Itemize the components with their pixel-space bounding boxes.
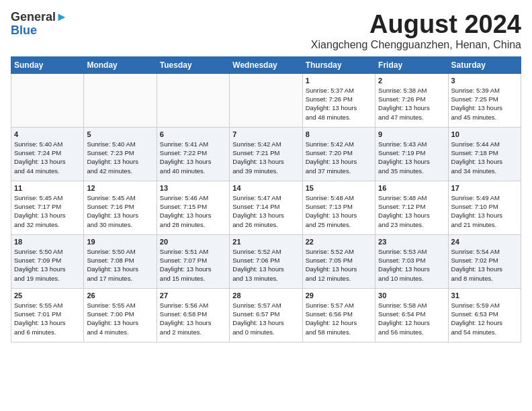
calendar-cell: 27Sunrise: 5:56 AM Sunset: 6:58 PM Dayli… xyxy=(157,288,229,342)
day-number: 30 xyxy=(378,291,445,300)
calendar-cell: 4Sunrise: 5:40 AM Sunset: 7:24 PM Daylig… xyxy=(11,127,84,181)
page-header: General► Blue August 2024 Xiangcheng Che… xyxy=(11,11,521,51)
day-details: Sunrise: 5:44 AM Sunset: 7:18 PM Dayligh… xyxy=(451,140,518,175)
calendar-cell: 5Sunrise: 5:40 AM Sunset: 7:23 PM Daylig… xyxy=(84,127,157,181)
day-details: Sunrise: 5:38 AM Sunset: 7:26 PM Dayligh… xyxy=(378,86,445,122)
day-details: Sunrise: 5:52 AM Sunset: 7:05 PM Dayligh… xyxy=(306,247,372,283)
day-details: Sunrise: 5:59 AM Sunset: 6:53 PM Dayligh… xyxy=(451,301,518,336)
day-number: 13 xyxy=(160,184,226,192)
logo: General► Blue xyxy=(11,11,68,38)
header-friday: Friday xyxy=(375,56,448,73)
day-details: Sunrise: 5:45 AM Sunset: 7:16 PM Dayligh… xyxy=(87,193,153,229)
day-details: Sunrise: 5:57 AM Sunset: 6:57 PM Dayligh… xyxy=(232,301,299,336)
calendar-cell: 3Sunrise: 5:39 AM Sunset: 7:25 PM Daylig… xyxy=(448,73,521,127)
day-details: Sunrise: 5:58 AM Sunset: 6:54 PM Dayligh… xyxy=(378,301,445,336)
calendar-cell: 11Sunrise: 5:45 AM Sunset: 7:17 PM Dayli… xyxy=(11,181,84,234)
calendar-table: Sunday Monday Tuesday Wednesday Thursday… xyxy=(11,56,521,342)
day-number: 5 xyxy=(87,130,153,138)
calendar-cell: 21Sunrise: 5:52 AM Sunset: 7:06 PM Dayli… xyxy=(230,234,302,288)
logo-line2: Blue xyxy=(11,24,68,38)
day-details: Sunrise: 5:41 AM Sunset: 7:22 PM Dayligh… xyxy=(160,140,226,175)
calendar-cell xyxy=(84,73,157,127)
day-number: 1 xyxy=(306,77,372,85)
day-details: Sunrise: 5:49 AM Sunset: 7:10 PM Dayligh… xyxy=(451,193,518,229)
day-details: Sunrise: 5:54 AM Sunset: 7:02 PM Dayligh… xyxy=(451,247,518,283)
day-details: Sunrise: 5:57 AM Sunset: 6:56 PM Dayligh… xyxy=(306,301,372,336)
week-row-4: 18Sunrise: 5:50 AM Sunset: 7:09 PM Dayli… xyxy=(11,234,521,288)
day-number: 11 xyxy=(14,184,81,192)
header-sunday: Sunday xyxy=(11,56,84,73)
day-number: 14 xyxy=(232,184,299,192)
day-details: Sunrise: 5:52 AM Sunset: 7:06 PM Dayligh… xyxy=(232,247,299,283)
week-row-3: 11Sunrise: 5:45 AM Sunset: 7:17 PM Dayli… xyxy=(11,181,521,234)
day-number: 10 xyxy=(451,130,518,138)
calendar-cell: 29Sunrise: 5:57 AM Sunset: 6:56 PM Dayli… xyxy=(302,288,375,342)
calendar-cell: 10Sunrise: 5:44 AM Sunset: 7:18 PM Dayli… xyxy=(448,127,521,181)
day-details: Sunrise: 5:42 AM Sunset: 7:20 PM Dayligh… xyxy=(306,140,372,175)
header-tuesday: Tuesday xyxy=(157,56,229,73)
calendar-cell: 24Sunrise: 5:54 AM Sunset: 7:02 PM Dayli… xyxy=(448,234,521,288)
calendar-cell: 28Sunrise: 5:57 AM Sunset: 6:57 PM Dayli… xyxy=(230,288,302,342)
day-details: Sunrise: 5:53 AM Sunset: 7:03 PM Dayligh… xyxy=(378,247,445,283)
day-number: 29 xyxy=(306,291,372,300)
weekday-header-row: Sunday Monday Tuesday Wednesday Thursday… xyxy=(11,56,521,73)
day-number: 28 xyxy=(232,291,299,300)
calendar-cell: 1Sunrise: 5:37 AM Sunset: 7:26 PM Daylig… xyxy=(302,73,375,127)
calendar-cell: 18Sunrise: 5:50 AM Sunset: 7:09 PM Dayli… xyxy=(11,234,84,288)
day-number: 31 xyxy=(451,291,518,300)
day-number: 21 xyxy=(232,238,299,246)
calendar-cell: 17Sunrise: 5:49 AM Sunset: 7:10 PM Dayli… xyxy=(448,181,521,234)
day-details: Sunrise: 5:48 AM Sunset: 7:13 PM Dayligh… xyxy=(306,193,372,229)
day-number: 4 xyxy=(14,130,81,138)
calendar-cell: 6Sunrise: 5:41 AM Sunset: 7:22 PM Daylig… xyxy=(157,127,229,181)
calendar-cell: 15Sunrise: 5:48 AM Sunset: 7:13 PM Dayli… xyxy=(302,181,375,234)
day-number: 17 xyxy=(451,184,518,192)
day-number: 6 xyxy=(160,130,226,138)
calendar-cell xyxy=(230,73,302,127)
calendar-cell: 13Sunrise: 5:46 AM Sunset: 7:15 PM Dayli… xyxy=(157,181,229,234)
day-number: 23 xyxy=(378,238,445,246)
day-details: Sunrise: 5:48 AM Sunset: 7:12 PM Dayligh… xyxy=(378,193,445,229)
day-details: Sunrise: 5:55 AM Sunset: 7:00 PM Dayligh… xyxy=(87,301,153,336)
calendar-cell: 25Sunrise: 5:55 AM Sunset: 7:01 PM Dayli… xyxy=(11,288,84,342)
day-details: Sunrise: 5:50 AM Sunset: 7:08 PM Dayligh… xyxy=(87,247,153,283)
day-details: Sunrise: 5:39 AM Sunset: 7:25 PM Dayligh… xyxy=(451,86,518,122)
day-details: Sunrise: 5:55 AM Sunset: 7:01 PM Dayligh… xyxy=(14,301,81,336)
calendar-cell: 20Sunrise: 5:51 AM Sunset: 7:07 PM Dayli… xyxy=(157,234,229,288)
day-details: Sunrise: 5:40 AM Sunset: 7:24 PM Dayligh… xyxy=(14,140,81,175)
calendar-cell: 9Sunrise: 5:43 AM Sunset: 7:19 PM Daylig… xyxy=(375,127,448,181)
day-details: Sunrise: 5:50 AM Sunset: 7:09 PM Dayligh… xyxy=(14,247,81,283)
calendar-cell: 30Sunrise: 5:58 AM Sunset: 6:54 PM Dayli… xyxy=(375,288,448,342)
day-number: 16 xyxy=(378,184,445,192)
location-subtitle: Xiangcheng Chengguanzhen, Henan, China xyxy=(311,39,521,51)
title-block: August 2024 Xiangcheng Chengguanzhen, He… xyxy=(311,11,521,51)
day-details: Sunrise: 5:56 AM Sunset: 6:58 PM Dayligh… xyxy=(160,301,226,336)
day-details: Sunrise: 5:43 AM Sunset: 7:19 PM Dayligh… xyxy=(378,140,445,175)
calendar-cell: 31Sunrise: 5:59 AM Sunset: 6:53 PM Dayli… xyxy=(448,288,521,342)
day-number: 22 xyxy=(306,238,372,246)
month-year-title: August 2024 xyxy=(311,11,521,39)
day-number: 7 xyxy=(232,130,299,138)
calendar-cell: 2Sunrise: 5:38 AM Sunset: 7:26 PM Daylig… xyxy=(375,73,448,127)
day-number: 20 xyxy=(160,238,226,246)
calendar-cell: 19Sunrise: 5:50 AM Sunset: 7:08 PM Dayli… xyxy=(84,234,157,288)
calendar-cell: 22Sunrise: 5:52 AM Sunset: 7:05 PM Dayli… xyxy=(302,234,375,288)
header-monday: Monday xyxy=(84,56,157,73)
day-details: Sunrise: 5:47 AM Sunset: 7:14 PM Dayligh… xyxy=(232,193,299,229)
day-details: Sunrise: 5:40 AM Sunset: 7:23 PM Dayligh… xyxy=(87,140,153,175)
logo-line1: General► xyxy=(11,11,68,24)
day-number: 25 xyxy=(14,291,81,300)
week-row-5: 25Sunrise: 5:55 AM Sunset: 7:01 PM Dayli… xyxy=(11,288,521,342)
day-number: 12 xyxy=(87,184,153,192)
day-number: 3 xyxy=(451,77,518,85)
header-saturday: Saturday xyxy=(448,56,521,73)
day-details: Sunrise: 5:42 AM Sunset: 7:21 PM Dayligh… xyxy=(232,140,299,175)
header-wednesday: Wednesday xyxy=(230,56,302,73)
calendar-cell: 23Sunrise: 5:53 AM Sunset: 7:03 PM Dayli… xyxy=(375,234,448,288)
header-thursday: Thursday xyxy=(302,56,375,73)
day-number: 9 xyxy=(378,130,445,138)
day-number: 24 xyxy=(451,238,518,246)
calendar-cell: 26Sunrise: 5:55 AM Sunset: 7:00 PM Dayli… xyxy=(84,288,157,342)
week-row-2: 4Sunrise: 5:40 AM Sunset: 7:24 PM Daylig… xyxy=(11,127,521,181)
day-number: 27 xyxy=(160,291,226,300)
